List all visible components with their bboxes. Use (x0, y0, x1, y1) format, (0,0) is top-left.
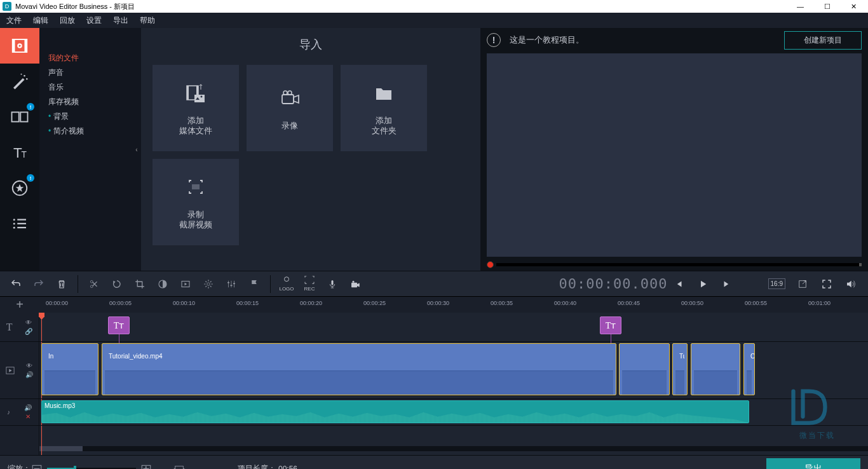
svg-point-6 (26, 78, 28, 80)
aspect-ratio-button[interactable]: 16:9 (768, 278, 785, 289)
rec-button[interactable]: REC (299, 276, 320, 292)
stickers-tab[interactable]: ! (0, 170, 39, 206)
menu-file[interactable]: 文件 (6, 15, 22, 26)
record-screen-tile[interactable]: 录制 截屏视频 (153, 159, 239, 245)
mute-icon[interactable]: 🔊 (25, 371, 33, 378)
next-frame-button[interactable] (716, 273, 738, 295)
visibility-icon[interactable]: 👁 (25, 319, 32, 326)
transition-wizard-button[interactable] (175, 273, 196, 295)
svg-marker-50 (9, 369, 11, 372)
sidebar-item-sounds[interactable]: 声音 (48, 65, 141, 80)
title-clip[interactable]: Tᴛ (108, 316, 130, 334)
timeline-tracks: T 👁🔗 👁🔊 ♪ 🔊✕ TᴛTᴛ InTutorial_video.mp4Tu… (0, 313, 868, 455)
collapse-sidebar-button[interactable]: ‹ (132, 130, 141, 168)
sidebar-item-intros[interactable]: 简介视频 (48, 124, 141, 139)
camera-icon (277, 86, 302, 111)
video-clip[interactable] (691, 343, 740, 395)
more-tab[interactable] (0, 206, 39, 241)
sidebar-item-backgrounds[interactable]: 背景 (48, 109, 141, 124)
ruler-mark: 00:00:25 (363, 300, 386, 306)
svg-rect-56 (175, 466, 184, 469)
svg-point-14 (13, 219, 15, 221)
video-clip[interactable]: In (41, 343, 98, 395)
sidebar-item-myfiles[interactable]: 我的文件 (48, 51, 141, 65)
play-button[interactable] (692, 273, 714, 295)
transitions-tab[interactable]: ! (0, 99, 39, 135)
minimize-button[interactable]: — (794, 3, 806, 11)
crop-button[interactable] (129, 273, 151, 295)
mute-icon[interactable]: 🔊 (24, 404, 32, 411)
menu-edit[interactable]: 编辑 (33, 15, 48, 26)
unlink-icon[interactable]: ✕ (25, 413, 31, 420)
title-track-head[interactable]: T 👁🔗 (0, 313, 39, 342)
preview-canvas[interactable] (487, 53, 862, 257)
rotate-button[interactable] (106, 273, 128, 295)
audio-track-head[interactable]: ♪ 🔊✕ (0, 399, 39, 426)
add-folder-tile[interactable]: 添加 文件夹 (341, 65, 427, 151)
delete-button[interactable] (51, 273, 72, 295)
svg-rect-15 (17, 219, 26, 221)
ruler-mark: 00:00:45 (618, 300, 640, 306)
menu-playback[interactable]: 回放 (60, 15, 75, 26)
maximize-button[interactable]: ☐ (822, 3, 833, 11)
split-button[interactable] (83, 273, 105, 295)
svg-rect-9 (20, 112, 27, 122)
sidebar-item-music[interactable]: 音乐 (48, 80, 141, 95)
video-track-head[interactable]: 👁🔊 (0, 342, 39, 399)
tile-label: 录像 (281, 121, 298, 131)
svg-point-45 (353, 280, 355, 282)
sidebar-item-stock[interactable]: 库存视频 (48, 95, 141, 109)
title-clip[interactable]: Tᴛ (600, 316, 621, 334)
webcam-button[interactable] (344, 273, 366, 295)
duration-value: 00:56 (278, 465, 297, 470)
new-project-button[interactable]: 创建新项目 (784, 31, 862, 50)
fit-timeline-button[interactable] (172, 458, 187, 470)
add-track-button[interactable]: + (0, 297, 39, 313)
import-tab[interactable] (0, 28, 39, 64)
svg-point-5 (24, 75, 25, 77)
volume-button[interactable] (840, 273, 862, 295)
equalizer-button[interactable] (220, 273, 242, 295)
clip-properties-button[interactable] (198, 273, 219, 295)
video-clip[interactable] (619, 343, 670, 395)
fullscreen-button[interactable] (816, 273, 837, 295)
video-clip[interactable]: C (743, 343, 755, 395)
svg-rect-43 (351, 282, 357, 287)
import-sidebar: 我的文件 声音 音乐 库存视频 背景 简介视频 ‹ (39, 28, 141, 271)
popout-button[interactable] (792, 273, 813, 295)
close-button[interactable]: ✕ (848, 3, 859, 11)
export-button[interactable]: 导出 (766, 458, 860, 470)
zoom-out-button[interactable] (31, 458, 43, 470)
visibility-icon[interactable]: 👁 (26, 362, 32, 369)
svg-rect-17 (17, 223, 26, 224)
track-body[interactable]: TᴛTᴛ InTutorial_video.mp4TutC Music.mp3 (39, 313, 868, 455)
undo-button[interactable] (5, 273, 27, 295)
voiceover-button[interactable] (322, 273, 343, 295)
svg-point-25 (201, 95, 203, 97)
video-clip[interactable]: Tut (672, 343, 688, 395)
filters-tab[interactable] (0, 64, 39, 99)
screencap-icon (183, 175, 208, 200)
color-adjust-button[interactable] (152, 273, 173, 295)
marker-button[interactable] (243, 273, 265, 295)
ruler-mark: 00:00:15 (236, 300, 259, 306)
audio-clip[interactable]: Music.mp3 (41, 400, 749, 423)
preview-seek[interactable] (487, 258, 862, 271)
zoom-in-button[interactable] (140, 458, 153, 470)
prev-frame-button[interactable] (668, 273, 689, 295)
svg-rect-42 (332, 280, 334, 285)
add-media-tile[interactable]: 添加 媒体文件 (153, 65, 239, 151)
logo-button[interactable]: LOGO (276, 276, 297, 292)
menu-export[interactable]: 导出 (113, 15, 128, 26)
titles-tab[interactable]: TT (0, 135, 39, 170)
link-icon[interactable]: 🔗 (25, 328, 32, 335)
menu-help[interactable]: 帮助 (140, 15, 155, 26)
record-video-tile[interactable]: 录像 (247, 65, 333, 151)
timeline-ruler[interactable]: + 00:00:0000:00:0500:00:1000:00:1500:00:… (0, 296, 868, 313)
redo-button[interactable] (28, 273, 50, 295)
video-clip[interactable]: Tutorial_video.mp4 (102, 343, 616, 395)
menu-settings[interactable]: 设置 (86, 15, 102, 26)
info-icon: ! (487, 33, 501, 47)
horizontal-scrollbar[interactable] (39, 446, 868, 451)
bottom-bar: 缩放： 项目长度： 00:56 导出 (0, 455, 868, 469)
